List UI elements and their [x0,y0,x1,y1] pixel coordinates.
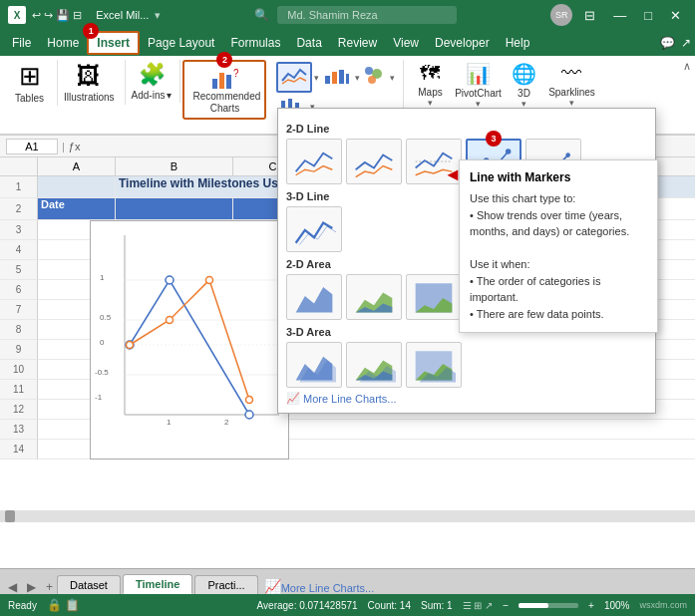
3d-stacked-area-option[interactable] [346,342,402,388]
menu-developer[interactable]: Developer [427,33,498,53]
menu-formulas[interactable]: Formulas [222,33,288,53]
2d-line-label: 2-D Line [286,123,647,135]
addins-label[interactable]: Add-ins ▾ [132,90,173,101]
svg-point-10 [368,76,376,84]
tooltip-bullet-1: • Show trends over time (years, months, … [470,207,647,240]
sheet-tab-timeline[interactable]: Timeline [123,574,192,594]
col-header-b[interactable]: B [116,157,233,175]
svg-point-59 [246,397,253,404]
svg-rect-4 [325,76,330,84]
minimize-button[interactable]: — [607,6,632,25]
pivotchart-btn[interactable]: 📊 PivotChart ▾ [454,62,502,109]
sheet-tab-practi[interactable]: Practi... [194,575,257,594]
recommended-charts-icon: ? [210,65,238,91]
3d-100-stacked-area-option[interactable] [406,342,462,388]
col-header-a[interactable]: A [38,157,116,175]
more-charts-link[interactable]: 📈 More Line Charts... [286,392,647,405]
svg-marker-27 [296,287,333,313]
recommended-charts-btn[interactable]: 2 ? Recommended Charts [182,60,266,120]
svg-rect-2 [226,75,231,89]
area-option[interactable] [286,274,342,320]
maximize-button[interactable]: □ [638,6,658,25]
more-charts-label: More Line Charts... [303,393,397,405]
sheet-tabs: ◀ ▶ + Dataset Timeline Practi... 📈 More … [0,568,695,594]
quick-access-bar: ↩ ↪ 💾 ⊟ [32,9,82,22]
row-num: 14 [0,440,38,460]
svg-point-58 [206,277,213,284]
addins-icon: 🧩 [139,62,166,88]
cell-a1[interactable] [38,176,116,198]
tab-add-btn[interactable]: + [42,580,57,594]
menu-home[interactable]: Home [39,33,87,53]
svg-point-26 [565,153,570,157]
recommended-charts-label: Recommended Charts [192,91,256,115]
more-sheets-icon[interactable]: 📈 [264,578,281,594]
maps-btn[interactable]: 🗺 Maps ▾ [412,62,448,108]
tab-next-btn[interactable]: ▶ [23,580,40,594]
svg-text:0: 0 [100,338,105,347]
stacked-area-option[interactable] [346,274,402,320]
tab-prev-btn[interactable]: ◀ [4,580,21,594]
tooltip-body: Use this chart type to: • Show trends ov… [470,190,647,322]
3d-label: 3D [518,88,530,99]
zoom-percent: 100% [604,600,630,611]
svg-text:-1: -1 [95,393,103,402]
menu-file[interactable]: File [4,33,39,53]
zoom-plus[interactable]: + [588,600,594,611]
share-icon[interactable]: ↗ [681,36,691,50]
search-input[interactable] [277,6,457,24]
menu-view[interactable]: View [385,33,427,53]
bar-chart-dropdown[interactable]: ▾ [355,73,360,83]
cell-b2[interactable] [116,198,233,220]
line-chart-dropdown[interactable]: ▾ [314,73,319,83]
menu-data[interactable]: Data [288,33,329,53]
sheet-tab-dataset[interactable]: Dataset [57,575,121,594]
hierarchy-dropdown[interactable]: ▾ [390,73,395,83]
ribbon-icon[interactable]: ⊟ [578,6,601,25]
menu-help[interactable]: Help [498,33,538,53]
bar-chart-btn[interactable] [321,64,353,91]
formula-funcs: ƒx [69,141,81,153]
row-num: 4 [0,240,38,260]
3d-line-option[interactable] [286,206,342,252]
3d-btn[interactable]: 🌐 3D ▾ [508,62,539,109]
pivotchart-label: PivotChart [455,88,502,99]
row-num: 2 [0,198,38,220]
menu-insert[interactable]: Insert 1 [87,31,140,55]
ribbon-group-tables: ⊞ Tables [8,60,58,106]
menu-review[interactable]: Review [330,33,385,53]
comments-icon[interactable]: 💬 [660,36,675,50]
sparklines-icon: 〰 [561,62,581,85]
3d-area-option[interactable] [286,342,342,388]
more-line-charts-tab[interactable]: More Line Charts... [281,582,375,594]
stacked-line-option[interactable] [346,139,402,184]
tab-nav-buttons: ◀ ▶ + [4,580,57,594]
zoom-slider[interactable] [519,603,578,608]
corner-cell [0,157,38,175]
hierarchy-btn[interactable] [362,64,388,91]
name-box[interactable] [6,139,58,154]
tooltip-arrow: ◄ [444,164,462,185]
tables-label[interactable]: Tables [15,93,44,104]
horizontal-scrollbar[interactable] [0,510,695,522]
illustrations-label[interactable]: Illustrations [64,92,115,103]
pivotchart-icon: 📊 [466,62,491,86]
ribbon-group-addins: 🧩 Add-ins ▾ [128,60,181,103]
line-chart-btn[interactable] [276,62,312,93]
cell-a2[interactable]: Date [38,198,116,220]
svg-text:?: ? [233,68,238,79]
collapse-ribbon-btn[interactable]: ∧ [683,60,691,73]
bar-chart-icon [323,66,351,86]
menu-pagelayout[interactable]: Page Layout [140,33,222,53]
chart-overlay: 1 0.5 0 -0.5 -1 1 2 [90,220,289,460]
sparklines-btn[interactable]: 〰 Sparklines ▾ [545,62,597,108]
svg-point-56 [127,342,134,349]
tooltip-title: Line with Markers [470,170,647,184]
scrollbar-handle[interactable] [5,510,15,522]
zoom-minus[interactable]: − [503,600,509,611]
close-button[interactable]: ✕ [664,6,687,25]
row-num: 7 [0,300,38,320]
line-chart-option[interactable] [286,139,342,184]
avatar: SR [550,4,572,26]
100-stacked-area-option[interactable] [406,274,462,320]
